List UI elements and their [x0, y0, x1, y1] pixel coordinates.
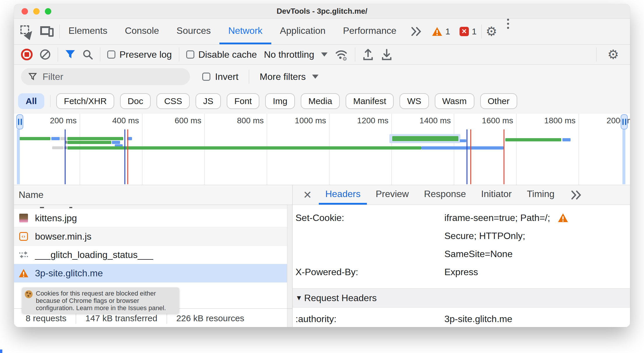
settings-gear-icon[interactable]: ⚙: [482, 19, 501, 44]
type-filter-doc[interactable]: Doc: [120, 93, 151, 109]
type-filter-img[interactable]: Img: [265, 93, 295, 109]
timeline-tick-label: 600 ms: [140, 116, 201, 125]
details-tab-timing[interactable]: Timing: [520, 185, 561, 205]
overview-left-drag-handle[interactable]: [16, 114, 23, 129]
waterfall-bar-lgray[interactable]: [60, 137, 67, 140]
waterfall-bar-blue[interactable]: [562, 138, 571, 141]
type-filter-js[interactable]: JS: [196, 93, 221, 109]
tab-performance[interactable]: Performance: [334, 19, 405, 44]
domcontentloaded-event-line: [467, 129, 467, 184]
tab-application[interactable]: Application: [271, 19, 335, 44]
network-settings-gear-icon[interactable]: ⚙: [603, 48, 623, 61]
disable-cache-checkbox[interactable]: Disable cache: [186, 49, 257, 60]
network-filter-row: Filter Invert More filters: [14, 65, 630, 89]
partially-scrolled-row[interactable]: [14, 205, 292, 209]
waterfall-bar-green[interactable]: [20, 137, 50, 140]
record-network-log-icon[interactable]: [21, 49, 33, 60]
divider: [596, 48, 597, 62]
overview-right-drag-handle[interactable]: [621, 114, 628, 129]
waterfall-bar-green[interactable]: [392, 136, 458, 141]
timeline-tick-label: 1400 ms: [390, 116, 451, 125]
request-headers-section-toggle[interactable]: ▼ Request Headers: [293, 288, 630, 308]
timeline-tick-label: 800 ms: [203, 116, 264, 125]
waterfall-bar-green[interactable]: [505, 138, 561, 141]
cookie-icon: [25, 290, 33, 298]
request-row-bowser-min-js[interactable]: ‹›bowser.min.js: [14, 227, 292, 246]
checkbox[interactable]: [202, 73, 210, 81]
waterfall-bar-green[interactable]: [67, 137, 123, 140]
filter-input[interactable]: Filter: [21, 68, 190, 85]
type-filter-wasm[interactable]: Wasm: [435, 93, 474, 109]
type-filter-fetch-xhr[interactable]: Fetch/XHR: [56, 93, 114, 109]
waterfall-bar-blue[interactable]: [112, 141, 120, 144]
type-filter-media[interactable]: Media: [301, 93, 340, 109]
details-tab-headers[interactable]: Headers: [319, 185, 367, 205]
device-toolbar-icon[interactable]: [40, 26, 54, 37]
cookie-warning-icon[interactable]: [558, 213, 568, 222]
header-value-line: Secure; HTTPOnly;: [444, 227, 525, 245]
headers-content: Set-Cookie:iframe-seen=true; Path=/;Secu…: [293, 205, 630, 327]
clear-network-log-icon[interactable]: [40, 49, 51, 60]
waterfall-bar-blue[interactable]: [51, 137, 60, 140]
type-filter-all[interactable]: All: [18, 93, 44, 109]
request-name: ___glitch_loading_status___: [35, 250, 153, 260]
network-overview-timeline[interactable]: 200 ms400 ms600 ms800 ms1000 ms1200 ms14…: [14, 114, 630, 185]
error-count: 1: [472, 27, 477, 36]
issues-error-badge[interactable]: ✕ 1: [455, 19, 481, 44]
timeline-tick-label: 1600 ms: [452, 116, 513, 125]
tooltip-line: configuration. Learn more in the Issues …: [36, 304, 176, 312]
checkbox[interactable]: [186, 50, 194, 59]
svg-text:⚙: ⚙: [342, 56, 347, 61]
type-filter-other[interactable]: Other: [480, 93, 517, 109]
preserve-log-label: Preserve log: [119, 49, 172, 60]
details-tab-preview[interactable]: Preview: [369, 185, 415, 205]
timeline-tick-label: 400 ms: [78, 116, 139, 125]
divider: [58, 48, 58, 62]
issues-warning-badge[interactable]: 1: [427, 19, 455, 44]
timeline-tick-label: 1800 ms: [514, 116, 576, 125]
tab-elements[interactable]: Elements: [60, 19, 116, 44]
search-icon[interactable]: [82, 49, 93, 60]
checkbox[interactable]: [107, 50, 115, 59]
inspect-element-icon[interactable]: [20, 25, 33, 38]
status-item: 226 kB resources: [176, 313, 244, 323]
export-har-icon[interactable]: [381, 48, 393, 61]
type-filter-ws[interactable]: WS: [400, 93, 429, 109]
type-filter-font[interactable]: Font: [227, 93, 259, 109]
network-conditions-icon[interactable]: ⚙: [335, 48, 348, 61]
name-column-header[interactable]: Name: [14, 185, 292, 205]
main-menu-icon[interactable]: [501, 19, 515, 44]
more-filters-dropdown[interactable]: More filters: [260, 71, 319, 82]
preserve-log-checkbox[interactable]: Preserve log: [107, 49, 172, 60]
waterfall-bar-green[interactable]: [67, 141, 111, 144]
import-har-icon[interactable]: [362, 48, 374, 61]
waterfall-bar-blue[interactable]: [421, 146, 504, 150]
invert-checkbox[interactable]: Invert: [202, 71, 238, 82]
type-filter-manifest[interactable]: Manifest: [346, 93, 394, 109]
waterfall-bar-green[interactable]: [67, 146, 421, 150]
more-tabs-icon[interactable]: [405, 19, 427, 44]
timeline-tick-label: 200 ms: [15, 116, 77, 125]
close-details-icon[interactable]: ✕: [298, 185, 316, 205]
overview-right-handle-strip: [622, 129, 625, 184]
header-name: Set-Cookie:: [293, 209, 444, 227]
details-tab-initiator[interactable]: Initiator: [475, 185, 518, 205]
type-filter-css[interactable]: CSS: [156, 93, 190, 109]
request-details-panel: ✕ HeadersPreviewResponseInitiatorTiming …: [292, 185, 630, 327]
details-tab-response[interactable]: Response: [418, 185, 472, 205]
header-value-line: SameSite=None: [444, 245, 513, 263]
tab-sources[interactable]: Sources: [168, 19, 219, 44]
more-details-tabs-icon[interactable]: [566, 185, 586, 205]
request-row-kittens-jpg[interactable]: kittens.jpg: [14, 209, 292, 227]
chevron-down-icon: [312, 75, 319, 79]
request-row-3p-site-glitch-me[interactable]: 3p-site.glitch.me: [14, 264, 292, 282]
filter-toggle-icon[interactable]: [65, 50, 75, 59]
waterfall-bar-lgray[interactable]: [52, 146, 64, 149]
tab-console[interactable]: Console: [116, 19, 168, 44]
throttling-select[interactable]: No throttling: [264, 49, 328, 60]
waterfall-bar-blue[interactable]: [460, 139, 466, 142]
header-name: :authority:: [293, 310, 444, 327]
tab-network[interactable]: Network: [219, 19, 271, 44]
header-row: :authority:3p-site.glitch.me: [293, 310, 630, 327]
request-row-glitch-loading-status[interactable]: ___glitch_loading_status___: [14, 246, 292, 264]
